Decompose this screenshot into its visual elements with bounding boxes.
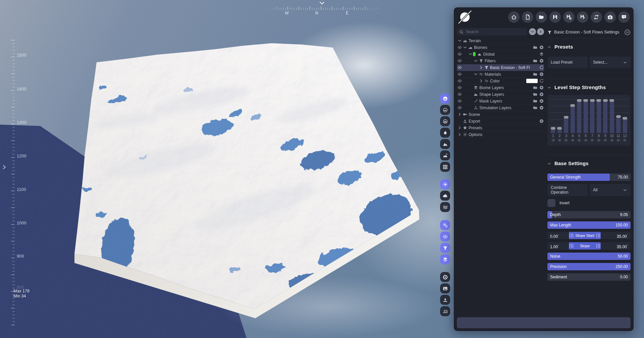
eye-icon[interactable] xyxy=(457,92,462,97)
bar-eye-toggle-6[interactable] xyxy=(583,138,588,142)
light-settings-button[interactable] xyxy=(440,179,450,189)
folder-icon[interactable] xyxy=(532,92,538,97)
slider-value[interactable]: 50.00 xyxy=(618,253,628,260)
tree-row-mask-layers[interactable]: Mask Layers xyxy=(457,98,544,105)
range-slope-start[interactable]: 0.00°Slope Start35.00° xyxy=(547,232,631,239)
panel-expand-chevron[interactable] xyxy=(3,165,6,171)
bar-handle[interactable] xyxy=(616,115,621,118)
bar-handle[interactable] xyxy=(596,99,601,102)
plus-icon[interactable] xyxy=(539,119,544,124)
bar-handle[interactable] xyxy=(590,99,595,102)
water-settings-button[interactable] xyxy=(440,202,450,212)
slider-value[interactable]: 75.00 xyxy=(618,174,628,181)
plus-icon[interactable] xyxy=(539,72,544,77)
tree-row-basic-erosion-soft-fl[interactable]: Basic Erosion - Soft Fl xyxy=(457,64,544,71)
slider-precision[interactable]: Precision250.00 xyxy=(547,263,631,270)
color-tag[interactable] xyxy=(473,52,476,56)
bar-eye-toggle-2[interactable] xyxy=(557,138,562,142)
level-bar-3[interactable] xyxy=(564,116,568,133)
slider-value[interactable]: 9.05 xyxy=(620,211,628,218)
select-dropdown[interactable]: All xyxy=(590,184,631,196)
chevron-down-icon[interactable] xyxy=(462,45,468,50)
slider-sediment[interactable]: Sediment0.00 xyxy=(547,273,631,281)
checkbox-invert[interactable] xyxy=(547,199,555,207)
app-logo-icon[interactable] xyxy=(457,9,473,25)
folder-icon[interactable] xyxy=(532,106,538,110)
bar-handle[interactable] xyxy=(564,116,569,119)
bar-eye-toggle-9[interactable] xyxy=(603,138,608,142)
info-button[interactable] xyxy=(624,29,631,36)
chevron-down-icon[interactable] xyxy=(457,39,462,43)
folder-icon[interactable] xyxy=(532,99,538,104)
eye-icon[interactable] xyxy=(457,106,462,110)
slider-value[interactable]: 0.00 xyxy=(620,273,628,281)
record-button[interactable] xyxy=(440,272,450,282)
heat-view-button[interactable] xyxy=(440,128,450,138)
level-bar-4[interactable] xyxy=(571,104,575,133)
bar-eye-toggle-10[interactable] xyxy=(609,138,614,142)
layers-icon[interactable] xyxy=(539,52,544,57)
shaded-view-button[interactable] xyxy=(440,105,450,115)
bar-handle[interactable] xyxy=(623,117,627,120)
tree-row-scene[interactable]: Scene xyxy=(457,111,544,118)
plus-icon[interactable] xyxy=(539,92,544,97)
section-level-steps[interactable]: Level Step Strengths xyxy=(547,84,631,90)
help-button[interactable]: ? xyxy=(618,11,630,23)
sync-button[interactable] xyxy=(591,11,602,23)
bar-eye-toggle-3[interactable] xyxy=(564,138,569,142)
new-file-button[interactable] xyxy=(522,11,533,23)
save-edit-button[interactable] xyxy=(577,11,588,23)
level-bar-9[interactable] xyxy=(603,99,607,133)
eye-icon[interactable] xyxy=(457,72,462,77)
chevron-right-icon[interactable] xyxy=(457,132,462,137)
range-min-value[interactable]: 0.00° xyxy=(550,232,559,240)
tree-row-options[interactable]: Options xyxy=(457,131,544,138)
level-bar-2[interactable] xyxy=(557,127,562,133)
layers-toggle-button[interactable] xyxy=(440,254,450,264)
cloud-settings-button[interactable] xyxy=(440,191,450,201)
search-next-button[interactable] xyxy=(537,28,544,35)
slider-value[interactable]: 250.00 xyxy=(615,263,628,270)
level-bar-10[interactable] xyxy=(610,99,614,133)
export-image-button[interactable] xyxy=(440,295,450,305)
section-base-settings[interactable]: Base Settings xyxy=(547,160,631,166)
tree-row-materials[interactable]: Materials xyxy=(457,71,544,78)
range-max-value[interactable]: 35.00° xyxy=(617,232,628,240)
tree-row-global[interactable]: Global xyxy=(457,51,544,58)
statistics-button[interactable] xyxy=(440,306,450,316)
range-grip-left[interactable] xyxy=(570,233,573,238)
eye-icon[interactable] xyxy=(457,99,462,104)
tree-row-simulation-layers[interactable]: Simulation Layers xyxy=(457,105,544,111)
eye-icon[interactable] xyxy=(457,45,462,50)
range-grip-right[interactable] xyxy=(596,244,600,248)
bar-eye-toggle-5[interactable] xyxy=(577,138,582,142)
level-bar-8[interactable] xyxy=(597,99,601,133)
tree-row-biomes[interactable]: Biomes xyxy=(457,44,544,51)
environment-view-button[interactable] xyxy=(440,150,450,160)
bar-eye-toggle-8[interactable] xyxy=(596,138,601,142)
bar-handle[interactable] xyxy=(609,99,614,102)
chevron-down-icon[interactable] xyxy=(473,72,478,77)
tree-row-export[interactable]: Export xyxy=(457,118,544,125)
slider-depth[interactable]: Depth9.05 xyxy=(547,211,631,218)
outline-view-button[interactable] xyxy=(440,116,450,126)
collapse-all-button[interactable] xyxy=(529,28,536,35)
range-min-value[interactable]: 1.00° xyxy=(550,242,559,251)
chevron-down-icon[interactable] xyxy=(468,52,473,57)
terrain-view-button[interactable] xyxy=(440,93,450,104)
eye-icon[interactable] xyxy=(457,59,462,63)
slider-noise[interactable]: Noise50.00 xyxy=(547,253,631,260)
bar-eye-toggle-12[interactable] xyxy=(623,138,627,142)
folder-icon[interactable] xyxy=(532,59,538,63)
range-grip-right[interactable] xyxy=(596,233,600,238)
range-slope[interactable]: 1.00°Slope35.00° xyxy=(547,242,631,250)
eye-icon[interactable] xyxy=(457,65,462,70)
refresh-icon[interactable] xyxy=(539,65,544,70)
preset-select[interactable]: Select... xyxy=(590,57,631,68)
chevron-right-icon[interactable] xyxy=(457,126,462,130)
eye-icon[interactable] xyxy=(457,85,462,90)
tree-row-presets[interactable]: Presets xyxy=(457,125,544,131)
level-bar-7[interactable] xyxy=(590,99,594,133)
folder-icon[interactable] xyxy=(532,85,538,90)
bar-eye-toggle-1[interactable] xyxy=(551,138,555,142)
